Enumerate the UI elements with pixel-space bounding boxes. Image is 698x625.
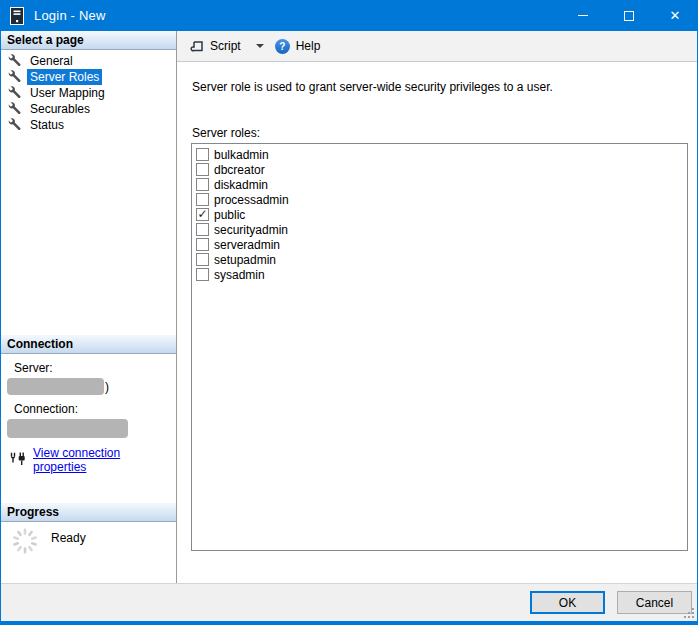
role-checkbox-serveradmin[interactable] xyxy=(196,238,209,251)
wrench-icon xyxy=(8,54,22,68)
role-row-setupadmin[interactable]: setupadmin xyxy=(192,252,687,267)
view-connection-properties-link[interactable]: View connection properties xyxy=(33,446,176,474)
script-icon xyxy=(190,39,205,54)
minimize-button[interactable] xyxy=(560,0,606,31)
help-question-icon: ? xyxy=(275,39,290,54)
toolbar: Script ? Help xyxy=(177,31,697,62)
wrench-icon xyxy=(8,118,22,132)
sidebar: Select a page General Server Roles User … xyxy=(1,31,177,583)
role-row-securityadmin[interactable]: securityadmin xyxy=(192,222,687,237)
server-value-visible-text: ) xyxy=(105,380,109,394)
progress-section: Progress xyxy=(1,503,176,586)
server-label: Server: xyxy=(14,361,176,375)
role-row-dbcreator[interactable]: dbcreator xyxy=(192,162,687,177)
cancel-button[interactable]: Cancel xyxy=(617,591,692,614)
server-roles-page: Server role is used to grant server-wide… xyxy=(177,62,697,583)
close-button[interactable]: ✕ xyxy=(652,0,698,31)
help-button[interactable]: ? Help xyxy=(270,36,326,57)
maximize-button[interactable] xyxy=(606,0,652,31)
progress-status: Ready xyxy=(51,531,86,545)
sidebar-item-status[interactable]: Status xyxy=(1,117,176,133)
sidebar-item-user-mapping[interactable]: User Mapping xyxy=(1,85,176,101)
close-icon: ✕ xyxy=(670,9,681,22)
select-a-page-section: Select a page General Server Roles User … xyxy=(1,31,176,133)
window-controls: ✕ xyxy=(560,0,698,31)
connection-label: Connection: xyxy=(14,402,176,416)
role-row-sysadmin[interactable]: sysadmin xyxy=(192,267,687,282)
role-row-diskadmin[interactable]: diskadmin xyxy=(192,177,687,192)
login-app-icon xyxy=(10,7,24,25)
sidebar-item-server-roles[interactable]: Server Roles xyxy=(1,69,176,85)
role-checkbox-setupadmin[interactable] xyxy=(196,253,209,266)
connection-value-redacted xyxy=(7,419,128,438)
content-pane: Script ? Help Server role is used to gra… xyxy=(177,31,697,583)
server-roles-listbox[interactable]: bulkadmin dbcreator diskadmin processadm… xyxy=(191,143,688,551)
sidebar-item-general[interactable]: General xyxy=(1,53,176,69)
select-a-page-header: Select a page xyxy=(1,31,176,50)
role-row-serveradmin[interactable]: serveradmin xyxy=(192,237,687,252)
role-row-public[interactable]: ✓ public xyxy=(192,207,687,222)
help-button-label: Help xyxy=(296,39,321,53)
role-checkbox-sysadmin[interactable] xyxy=(196,268,209,281)
titlebar[interactable]: Login - New ✕ xyxy=(0,0,698,31)
role-row-bulkadmin[interactable]: bulkadmin xyxy=(192,147,687,162)
server-roles-label: Server roles: xyxy=(192,126,260,140)
role-checkbox-dbcreator[interactable] xyxy=(196,163,209,176)
server-value-redacted xyxy=(7,378,104,395)
sidebar-item-securables[interactable]: Securables xyxy=(1,101,176,117)
page-description: Server role is used to grant server-wide… xyxy=(192,80,553,94)
connection-section: Connection Server: ) Connection: xyxy=(1,335,176,474)
resize-grip[interactable] xyxy=(684,608,695,619)
plug-icon xyxy=(9,452,27,468)
wrench-icon xyxy=(8,86,22,100)
role-checkbox-public[interactable]: ✓ xyxy=(196,208,209,221)
dialog-footer: OK Cancel xyxy=(1,583,697,621)
window-title: Login - New xyxy=(34,8,106,23)
maximize-icon xyxy=(624,11,634,21)
script-button[interactable]: Script xyxy=(185,36,246,57)
connection-header: Connection xyxy=(1,335,176,354)
role-checkbox-bulkadmin[interactable] xyxy=(196,148,209,161)
dialog-body: Select a page General Server Roles User … xyxy=(1,31,697,621)
role-checkbox-processadmin[interactable] xyxy=(196,193,209,206)
role-row-processadmin[interactable]: processadmin xyxy=(192,192,687,207)
script-button-label: Script xyxy=(210,39,241,53)
script-dropdown-arrow-icon[interactable] xyxy=(256,44,264,48)
role-checkbox-securityadmin[interactable] xyxy=(196,223,209,236)
role-checkbox-diskadmin[interactable] xyxy=(196,178,209,191)
ok-button[interactable]: OK xyxy=(530,591,605,614)
page-list: General Server Roles User Mapping Secura… xyxy=(1,50,176,133)
wrench-icon xyxy=(8,102,22,116)
wrench-icon xyxy=(8,70,22,84)
login-new-dialog: Login - New ✕ Select a page xyxy=(0,0,698,625)
spinner-icon xyxy=(11,527,39,558)
minimize-icon xyxy=(578,15,588,16)
progress-header: Progress xyxy=(1,503,176,522)
